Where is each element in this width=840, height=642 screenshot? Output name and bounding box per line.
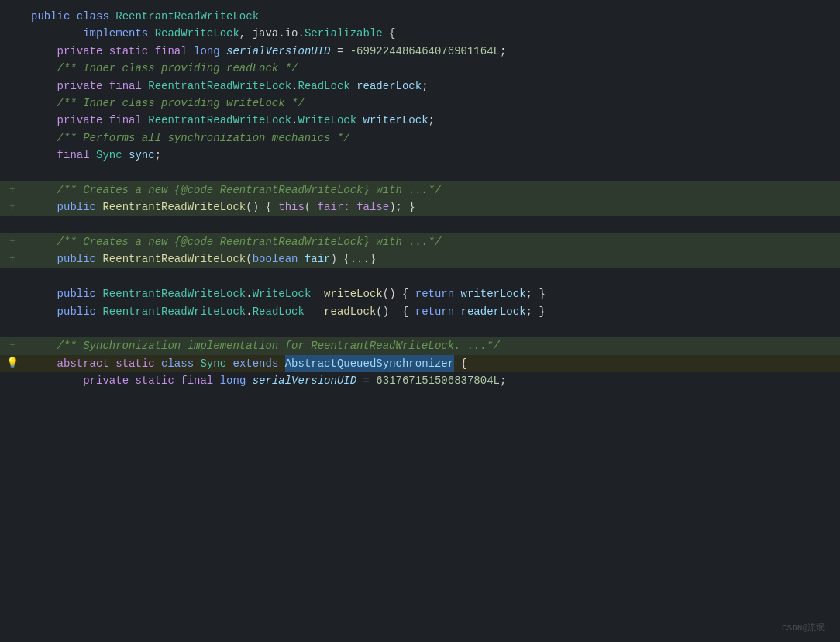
gutter-5[interactable] — [0, 78, 25, 95]
kw-return2: return — [415, 303, 461, 320]
comma: , java.io. — [239, 25, 305, 42]
code-line-highlighted: + /** Creates a new {@code ReentrantRead… — [0, 181, 840, 198]
kw-extends: extends — [232, 355, 284, 372]
body-ellipsis: ) {...} — [331, 250, 377, 268]
kw-implements: implements — [83, 25, 154, 42]
kw-final: final — [155, 43, 194, 60]
gutter-18[interactable] — [0, 303, 25, 320]
gutter-9[interactable] — [0, 147, 25, 164]
line-content-22: private static final long serialVersionU… — [25, 372, 840, 389]
kw-static: static — [109, 43, 155, 60]
kw-long: long — [194, 43, 226, 60]
code-line-highlighted: + /** Synchronization implementation for… — [0, 337, 840, 354]
comment-writelock: /** Inner class providing writeLock */ — [31, 95, 305, 112]
gutter-3[interactable] — [0, 43, 25, 60]
gutter-6[interactable] — [0, 95, 25, 112]
indent — [31, 303, 57, 320]
gutter-1[interactable] — [0, 8, 25, 25]
space2 — [356, 112, 363, 129]
gutter-21[interactable]: 💡 — [0, 355, 25, 372]
paren3: () { — [383, 285, 415, 302]
field-readerlock: readerLock — [356, 78, 422, 95]
num-svuid: -699224486464076901164L — [350, 43, 500, 60]
gutter-17[interactable] — [0, 285, 25, 302]
code-line-empty — [0, 320, 840, 337]
kw-boolean: boolean — [253, 250, 305, 268]
kw-public4: public — [57, 198, 103, 216]
indent — [31, 25, 83, 42]
code-line: /** Inner class providing writeLock */ — [0, 95, 840, 112]
indent — [31, 112, 57, 129]
gutter-20[interactable]: + — [0, 337, 25, 354]
field-svuid2: serialVersionUID — [253, 372, 356, 389]
dot3: . — [246, 285, 252, 302]
gutter-7[interactable] — [0, 112, 25, 129]
code-line: /** Inner class providing readLock */ — [0, 60, 840, 77]
gutter-19[interactable] — [0, 320, 25, 337]
type-rrwl2: ReentrantReadWriteLock — [148, 112, 291, 129]
field-readerlock2: readerLock — [461, 303, 526, 320]
code-line: private static final long serialVersionU… — [0, 372, 840, 389]
space-fair — [350, 198, 356, 216]
line-content-2: implements ReadWriteLock, java.io.Serial… — [25, 25, 840, 42]
line-content-9: final Sync sync; — [25, 147, 840, 164]
gutter-13[interactable] — [0, 216, 25, 233]
plus-icon: + — [9, 182, 15, 198]
gutter-2[interactable] — [0, 25, 25, 42]
semi: ; — [500, 43, 506, 60]
code-line-empty — [0, 216, 840, 233]
watermark: CSDN@流氓 — [782, 622, 825, 636]
type-rrwl: ReentrantReadWriteLock — [148, 78, 291, 95]
line-content-21: abstract static class Sync extends Abstr… — [25, 355, 840, 372]
indent — [31, 78, 57, 95]
type-serial: Serializable — [305, 25, 383, 42]
type-sync2: Sync — [200, 355, 232, 372]
space3 — [122, 147, 129, 164]
dot2: . — [291, 112, 298, 129]
code-line: public ReentrantReadWriteLock.WriteLock … — [0, 285, 840, 302]
indent — [31, 285, 57, 302]
kw-class2: class — [161, 355, 200, 372]
gutter-12[interactable]: + — [0, 198, 25, 216]
code-line: private final ReentrantReadWriteLock.Rea… — [0, 78, 840, 95]
gutter-22[interactable] — [0, 372, 25, 389]
gutter-11[interactable]: + — [0, 181, 25, 198]
semi4: ; — [155, 147, 161, 164]
line-content-15: public ReentrantReadWriteLock(boolean fa… — [25, 250, 840, 268]
space — [350, 78, 356, 95]
code-line-empty — [0, 268, 840, 285]
method-readlock: readLock — [324, 303, 376, 320]
code-line-highlighted: + public ReentrantReadWriteLock() { this… — [0, 198, 840, 216]
parens: () { — [246, 198, 278, 216]
brace2: { — [454, 355, 467, 372]
gutter-14[interactable]: + — [0, 233, 25, 250]
space4 — [311, 285, 324, 302]
code-line: public class ReentrantReadWriteLock — [0, 8, 840, 25]
param-fair: fair: — [318, 198, 350, 216]
line-content-18: public ReentrantReadWriteLock.ReadLock r… — [25, 303, 840, 320]
line-content-19 — [25, 320, 840, 337]
editor-container: public class ReentrantReadWriteLock impl… — [0, 0, 840, 642]
gutter-8[interactable] — [0, 129, 25, 147]
gutter-15[interactable]: + — [0, 250, 25, 268]
code-line-warning: 💡 abstract static class Sync extends Abs… — [0, 355, 840, 372]
method-writelock: writeLock — [324, 285, 383, 302]
comment-code2: @code — [181, 233, 219, 250]
code-line-highlighted: + public ReentrantReadWriteLock(boolean … — [0, 250, 840, 268]
gutter-4[interactable] — [0, 60, 25, 77]
kw-private4: private — [83, 372, 135, 389]
kw-private2: private — [57, 78, 109, 95]
gutter-10[interactable] — [0, 164, 25, 181]
line-content-8: /** Performs all synchronization mechani… — [25, 129, 840, 147]
comment-sync: /** Performs all synchronization mechani… — [31, 129, 350, 147]
line-content-7: private final ReentrantReadWriteLock.Wri… — [25, 112, 840, 129]
line-content-4: /** Inner class providing readLock */ — [25, 60, 840, 77]
field-writerlock: writerLock — [363, 112, 429, 129]
semi5: ; } — [526, 285, 546, 302]
gutter-16[interactable] — [0, 268, 25, 285]
paren2: ( — [246, 250, 252, 268]
kw-public7: public — [57, 303, 103, 320]
indent2 — [31, 372, 83, 389]
type-rrwl3: ReentrantReadWriteLock — [102, 285, 246, 302]
dot: . — [291, 78, 298, 95]
